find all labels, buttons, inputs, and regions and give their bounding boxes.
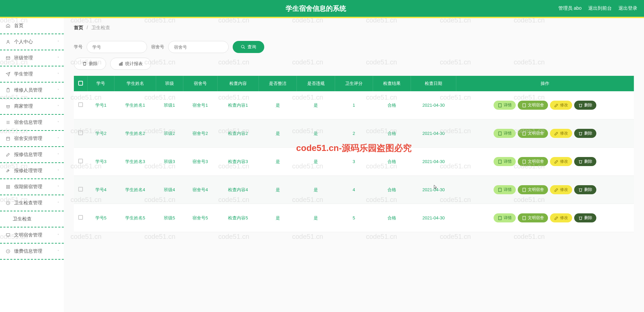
row-delete-button[interactable]: 删除: [574, 213, 596, 222]
time-icon: [5, 249, 11, 254]
sidebar-item-12[interactable]: 卫生检查: [0, 211, 64, 227]
sidebar-item-3[interactable]: 学生管理˅: [0, 66, 64, 83]
table-header: 操作: [456, 76, 634, 91]
chevron-down-icon: ˅: [57, 56, 59, 60]
sidebar-item-label: 个人中心: [14, 39, 33, 45]
watermark: code51.cn: [366, 233, 397, 241]
edit-button[interactable]: 修改: [550, 101, 572, 110]
table-row: 学号5学生姓名5班级5宿舍号5检查内容5是是5合格2021-04-30详情文明宿…: [74, 204, 634, 232]
row-checkbox[interactable]: [78, 187, 83, 192]
edit-button[interactable]: 修改: [550, 213, 572, 222]
row-checkbox[interactable]: [78, 215, 83, 220]
report-button[interactable]: 统计报表: [110, 58, 151, 70]
sidebar-item-10[interactable]: 假期留宿管理˅: [0, 179, 64, 195]
cell-name: 学生姓名2: [114, 119, 156, 148]
detail-button[interactable]: 详情: [494, 129, 516, 138]
sidebar-item-0[interactable]: 首页: [0, 18, 64, 34]
action-bar: 删除 统计报表: [74, 58, 634, 70]
select-all-checkbox[interactable]: [78, 81, 83, 86]
detail-button[interactable]: 详情: [494, 157, 516, 166]
screen-icon: [5, 232, 11, 238]
filter-id-input[interactable]: [87, 41, 147, 53]
cell-score: 3: [335, 148, 373, 176]
svg-rect-33: [499, 216, 501, 220]
cell-date: 2021-04-30: [411, 119, 456, 148]
edit-button[interactable]: 修改: [550, 157, 572, 166]
sidebar-item-label: 报修信息管理: [14, 152, 42, 158]
cell-score: 4: [335, 176, 373, 204]
chevron-down-icon: ˅: [57, 185, 59, 189]
cell-content: 检查内容3: [217, 148, 259, 176]
admin-label[interactable]: 管理员 abo: [558, 5, 582, 11]
cell-content: 检查内容2: [217, 119, 259, 148]
filter-dorm-input[interactable]: [168, 41, 229, 53]
row-checkbox[interactable]: [78, 159, 83, 163]
sidebar-item-11[interactable]: 卫生检查管理˄: [0, 195, 64, 211]
cell-date: 2021-04-30: [411, 91, 456, 119]
sidebar-item-1[interactable]: 个人中心˅: [0, 34, 64, 50]
detail-button[interactable]: 详情: [494, 185, 516, 194]
table-row: 学号4学生姓名4班级4宿舍号4检查内容4是是4合格2021-04-30详情文明宿…: [74, 176, 634, 204]
sidebar-item-label: 宿舍信息管理: [14, 119, 42, 125]
row-delete-button[interactable]: 删除: [574, 101, 596, 110]
table-header: 宿舍号: [183, 76, 217, 91]
cell-result: 合格: [373, 119, 411, 148]
table-header: 是否整洁: [259, 76, 297, 91]
cell-class: 班级2: [156, 119, 183, 148]
watermark: code51.cn: [71, 233, 101, 241]
table-header: [74, 76, 87, 91]
breadcrumb-home[interactable]: 首页: [74, 25, 83, 30]
trash-icon: [578, 216, 583, 220]
watermark: code51.cn: [440, 233, 471, 241]
edit-button[interactable]: 修改: [550, 129, 572, 138]
logout-link[interactable]: 退出登录: [618, 5, 637, 11]
edit-button[interactable]: 修改: [550, 185, 572, 194]
civil-button[interactable]: 文明宿舍: [518, 129, 548, 138]
cell-violate: 是: [297, 91, 335, 119]
sidebar-item-label: 卫生检查: [13, 216, 32, 222]
sidebar-item-6[interactable]: 宿舍信息管理˅: [0, 115, 64, 131]
row-delete-button[interactable]: 删除: [574, 157, 596, 166]
bulk-delete-button[interactable]: 删除: [74, 58, 106, 70]
user-icon: [5, 39, 11, 45]
sidebar-item-9[interactable]: 报修处理管理˅: [0, 163, 64, 179]
detail-button[interactable]: 详情: [494, 101, 516, 110]
cell-score: 1: [335, 91, 373, 119]
cell-name: 学生姓名1: [114, 91, 156, 119]
sidebar-item-5[interactable]: 商家管理˅: [0, 99, 64, 115]
civil-button[interactable]: 文明宿舍: [518, 157, 548, 166]
edit-icon: [554, 131, 559, 136]
cell-dorm: 宿舍号5: [183, 204, 217, 232]
sidebar-item-label: 缴费信息管理: [14, 248, 42, 254]
detail-button[interactable]: 详情: [494, 213, 516, 222]
cell-score: 5: [335, 204, 373, 232]
row-checkbox[interactable]: [78, 131, 83, 135]
clock-icon: [5, 200, 11, 206]
svg-rect-28: [523, 132, 525, 135]
clip-icon: [5, 88, 11, 93]
cal-icon: [5, 136, 11, 141]
sidebar-item-label: 商家管理: [14, 103, 33, 109]
cell-dorm: 宿舍号3: [183, 148, 217, 176]
send-icon: [5, 71, 11, 77]
civil-button[interactable]: 文明宿舍: [518, 101, 548, 110]
sidebar-item-8[interactable]: 报修信息管理˅: [0, 147, 64, 163]
cell-actions: 详情文明宿舍修改删除: [456, 204, 634, 232]
row-delete-button[interactable]: 删除: [574, 185, 596, 194]
search-button[interactable]: 查询: [233, 41, 264, 53]
sidebar-item-13[interactable]: 文明宿舍管理˅: [0, 227, 64, 244]
to-front-link[interactable]: 退出到前台: [588, 5, 612, 11]
cell-content: 检查内容5: [217, 204, 259, 232]
row-delete-button[interactable]: 删除: [574, 129, 596, 138]
cell-actions: 详情文明宿舍修改删除: [456, 176, 634, 204]
sidebar-item-7[interactable]: 宿舍安排管理˅: [0, 131, 64, 147]
sidebar-item-2[interactable]: 班级管理˅: [0, 50, 64, 66]
civil-button[interactable]: 文明宿舍: [518, 213, 548, 222]
civil-button[interactable]: 文明宿舍: [518, 185, 548, 194]
row-checkbox[interactable]: [78, 102, 83, 107]
sidebar-item-label: 首页: [14, 23, 24, 29]
cell-result: 合格: [373, 148, 411, 176]
grid-icon: [5, 184, 11, 190]
sidebar-item-14[interactable]: 缴费信息管理˅: [0, 244, 64, 260]
sidebar-item-4[interactable]: 维修人员管理˅: [0, 83, 64, 99]
